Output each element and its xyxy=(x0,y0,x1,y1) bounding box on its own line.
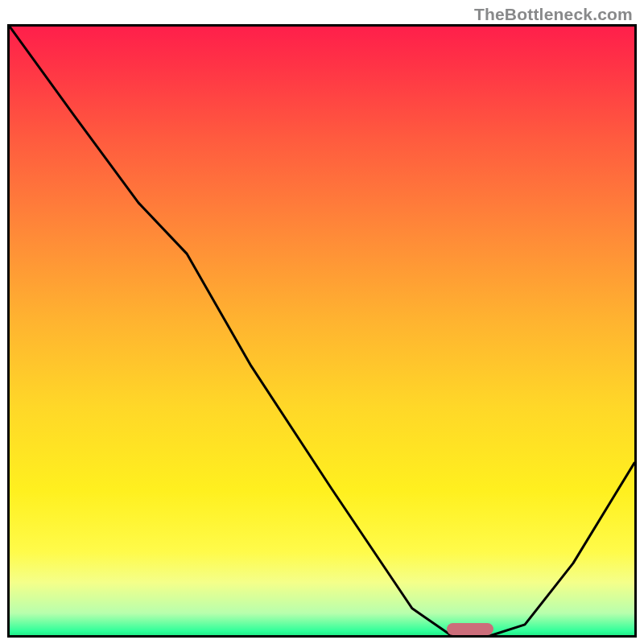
optimal-marker-pill xyxy=(447,623,493,635)
watermark-text: TheBottleneck.com xyxy=(474,5,633,24)
x-axis-baseline xyxy=(7,635,637,638)
chart-frame xyxy=(7,24,637,638)
curve-path xyxy=(10,27,634,636)
bottleneck-curve xyxy=(10,27,634,638)
